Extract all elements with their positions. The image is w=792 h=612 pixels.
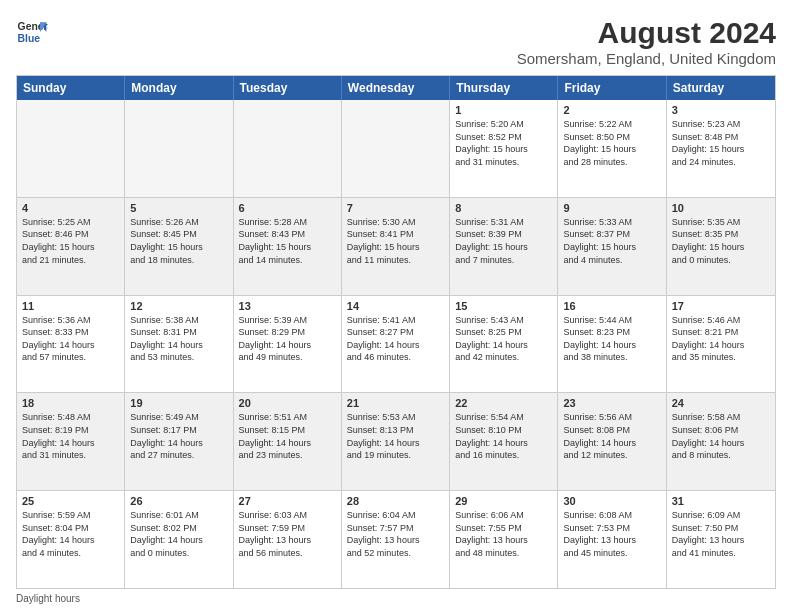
day-number: 23 bbox=[563, 397, 660, 409]
week-row-3: 18Sunrise: 5:48 AM Sunset: 8:19 PM Dayli… bbox=[17, 393, 775, 491]
day-cell-30: 30Sunrise: 6:08 AM Sunset: 7:53 PM Dayli… bbox=[558, 491, 666, 588]
day-info: Sunrise: 5:36 AM Sunset: 8:33 PM Dayligh… bbox=[22, 314, 119, 364]
day-info: Sunrise: 5:39 AM Sunset: 8:29 PM Dayligh… bbox=[239, 314, 336, 364]
day-cell-26: 26Sunrise: 6:01 AM Sunset: 8:02 PM Dayli… bbox=[125, 491, 233, 588]
day-info: Sunrise: 5:20 AM Sunset: 8:52 PM Dayligh… bbox=[455, 118, 552, 168]
day-header-monday: Monday bbox=[125, 76, 233, 100]
day-info: Sunrise: 5:48 AM Sunset: 8:19 PM Dayligh… bbox=[22, 411, 119, 461]
calendar-header: SundayMondayTuesdayWednesdayThursdayFrid… bbox=[17, 76, 775, 100]
day-number: 6 bbox=[239, 202, 336, 214]
day-cell-27: 27Sunrise: 6:03 AM Sunset: 7:59 PM Dayli… bbox=[234, 491, 342, 588]
day-info: Sunrise: 6:06 AM Sunset: 7:55 PM Dayligh… bbox=[455, 509, 552, 559]
day-info: Sunrise: 5:54 AM Sunset: 8:10 PM Dayligh… bbox=[455, 411, 552, 461]
day-number: 11 bbox=[22, 300, 119, 312]
day-number: 12 bbox=[130, 300, 227, 312]
day-header-wednesday: Wednesday bbox=[342, 76, 450, 100]
day-cell-13: 13Sunrise: 5:39 AM Sunset: 8:29 PM Dayli… bbox=[234, 296, 342, 393]
day-info: Sunrise: 5:23 AM Sunset: 8:48 PM Dayligh… bbox=[672, 118, 770, 168]
day-info: Sunrise: 5:28 AM Sunset: 8:43 PM Dayligh… bbox=[239, 216, 336, 266]
day-cell-11: 11Sunrise: 5:36 AM Sunset: 8:33 PM Dayli… bbox=[17, 296, 125, 393]
day-cell-22: 22Sunrise: 5:54 AM Sunset: 8:10 PM Dayli… bbox=[450, 393, 558, 490]
day-cell-14: 14Sunrise: 5:41 AM Sunset: 8:27 PM Dayli… bbox=[342, 296, 450, 393]
day-info: Sunrise: 5:26 AM Sunset: 8:45 PM Dayligh… bbox=[130, 216, 227, 266]
day-number: 20 bbox=[239, 397, 336, 409]
day-number: 5 bbox=[130, 202, 227, 214]
day-info: Sunrise: 5:44 AM Sunset: 8:23 PM Dayligh… bbox=[563, 314, 660, 364]
empty-cell bbox=[234, 100, 342, 197]
header: General Blue August 2024 Somersham, Engl… bbox=[16, 16, 776, 67]
day-info: Sunrise: 6:01 AM Sunset: 8:02 PM Dayligh… bbox=[130, 509, 227, 559]
day-number: 7 bbox=[347, 202, 444, 214]
day-cell-18: 18Sunrise: 5:48 AM Sunset: 8:19 PM Dayli… bbox=[17, 393, 125, 490]
day-cell-12: 12Sunrise: 5:38 AM Sunset: 8:31 PM Dayli… bbox=[125, 296, 233, 393]
empty-cell bbox=[125, 100, 233, 197]
day-header-friday: Friday bbox=[558, 76, 666, 100]
day-number: 21 bbox=[347, 397, 444, 409]
day-number: 29 bbox=[455, 495, 552, 507]
calendar: SundayMondayTuesdayWednesdayThursdayFrid… bbox=[16, 75, 776, 589]
empty-cell bbox=[17, 100, 125, 197]
week-row-2: 11Sunrise: 5:36 AM Sunset: 8:33 PM Dayli… bbox=[17, 296, 775, 394]
day-cell-9: 9Sunrise: 5:33 AM Sunset: 8:37 PM Daylig… bbox=[558, 198, 666, 295]
day-number: 2 bbox=[563, 104, 660, 116]
day-number: 26 bbox=[130, 495, 227, 507]
day-number: 25 bbox=[22, 495, 119, 507]
day-cell-20: 20Sunrise: 5:51 AM Sunset: 8:15 PM Dayli… bbox=[234, 393, 342, 490]
week-row-0: 1Sunrise: 5:20 AM Sunset: 8:52 PM Daylig… bbox=[17, 100, 775, 198]
day-cell-4: 4Sunrise: 5:25 AM Sunset: 8:46 PM Daylig… bbox=[17, 198, 125, 295]
subtitle: Somersham, England, United Kingdom bbox=[517, 50, 776, 67]
day-info: Sunrise: 5:51 AM Sunset: 8:15 PM Dayligh… bbox=[239, 411, 336, 461]
day-number: 16 bbox=[563, 300, 660, 312]
day-cell-24: 24Sunrise: 5:58 AM Sunset: 8:06 PM Dayli… bbox=[667, 393, 775, 490]
day-header-saturday: Saturday bbox=[667, 76, 775, 100]
day-number: 15 bbox=[455, 300, 552, 312]
day-info: Sunrise: 5:58 AM Sunset: 8:06 PM Dayligh… bbox=[672, 411, 770, 461]
day-cell-2: 2Sunrise: 5:22 AM Sunset: 8:50 PM Daylig… bbox=[558, 100, 666, 197]
day-info: Sunrise: 5:33 AM Sunset: 8:37 PM Dayligh… bbox=[563, 216, 660, 266]
logo-icon: General Blue bbox=[16, 16, 48, 48]
day-info: Sunrise: 5:49 AM Sunset: 8:17 PM Dayligh… bbox=[130, 411, 227, 461]
day-cell-5: 5Sunrise: 5:26 AM Sunset: 8:45 PM Daylig… bbox=[125, 198, 233, 295]
day-info: Sunrise: 5:56 AM Sunset: 8:08 PM Dayligh… bbox=[563, 411, 660, 461]
day-info: Sunrise: 5:43 AM Sunset: 8:25 PM Dayligh… bbox=[455, 314, 552, 364]
day-number: 9 bbox=[563, 202, 660, 214]
day-info: Sunrise: 5:41 AM Sunset: 8:27 PM Dayligh… bbox=[347, 314, 444, 364]
day-number: 4 bbox=[22, 202, 119, 214]
day-number: 22 bbox=[455, 397, 552, 409]
day-number: 10 bbox=[672, 202, 770, 214]
day-cell-29: 29Sunrise: 6:06 AM Sunset: 7:55 PM Dayli… bbox=[450, 491, 558, 588]
day-number: 24 bbox=[672, 397, 770, 409]
day-cell-19: 19Sunrise: 5:49 AM Sunset: 8:17 PM Dayli… bbox=[125, 393, 233, 490]
svg-text:Blue: Blue bbox=[18, 33, 41, 44]
day-info: Sunrise: 5:38 AM Sunset: 8:31 PM Dayligh… bbox=[130, 314, 227, 364]
day-number: 19 bbox=[130, 397, 227, 409]
day-cell-17: 17Sunrise: 5:46 AM Sunset: 8:21 PM Dayli… bbox=[667, 296, 775, 393]
day-number: 27 bbox=[239, 495, 336, 507]
title-area: August 2024 Somersham, England, United K… bbox=[517, 16, 776, 67]
day-info: Sunrise: 5:31 AM Sunset: 8:39 PM Dayligh… bbox=[455, 216, 552, 266]
day-cell-6: 6Sunrise: 5:28 AM Sunset: 8:43 PM Daylig… bbox=[234, 198, 342, 295]
day-number: 14 bbox=[347, 300, 444, 312]
day-header-tuesday: Tuesday bbox=[234, 76, 342, 100]
day-info: Sunrise: 5:46 AM Sunset: 8:21 PM Dayligh… bbox=[672, 314, 770, 364]
day-number: 3 bbox=[672, 104, 770, 116]
day-number: 8 bbox=[455, 202, 552, 214]
day-cell-15: 15Sunrise: 5:43 AM Sunset: 8:25 PM Dayli… bbox=[450, 296, 558, 393]
day-cell-10: 10Sunrise: 5:35 AM Sunset: 8:35 PM Dayli… bbox=[667, 198, 775, 295]
day-number: 1 bbox=[455, 104, 552, 116]
empty-cell bbox=[342, 100, 450, 197]
page: General Blue August 2024 Somersham, Engl… bbox=[0, 0, 792, 612]
day-cell-1: 1Sunrise: 5:20 AM Sunset: 8:52 PM Daylig… bbox=[450, 100, 558, 197]
day-number: 31 bbox=[672, 495, 770, 507]
day-info: Sunrise: 5:22 AM Sunset: 8:50 PM Dayligh… bbox=[563, 118, 660, 168]
day-number: 17 bbox=[672, 300, 770, 312]
day-info: Sunrise: 5:30 AM Sunset: 8:41 PM Dayligh… bbox=[347, 216, 444, 266]
day-info: Sunrise: 5:59 AM Sunset: 8:04 PM Dayligh… bbox=[22, 509, 119, 559]
day-info: Sunrise: 5:35 AM Sunset: 8:35 PM Dayligh… bbox=[672, 216, 770, 266]
week-row-1: 4Sunrise: 5:25 AM Sunset: 8:46 PM Daylig… bbox=[17, 198, 775, 296]
day-cell-23: 23Sunrise: 5:56 AM Sunset: 8:08 PM Dayli… bbox=[558, 393, 666, 490]
week-row-4: 25Sunrise: 5:59 AM Sunset: 8:04 PM Dayli… bbox=[17, 491, 775, 588]
day-header-thursday: Thursday bbox=[450, 76, 558, 100]
day-header-sunday: Sunday bbox=[17, 76, 125, 100]
main-title: August 2024 bbox=[517, 16, 776, 50]
